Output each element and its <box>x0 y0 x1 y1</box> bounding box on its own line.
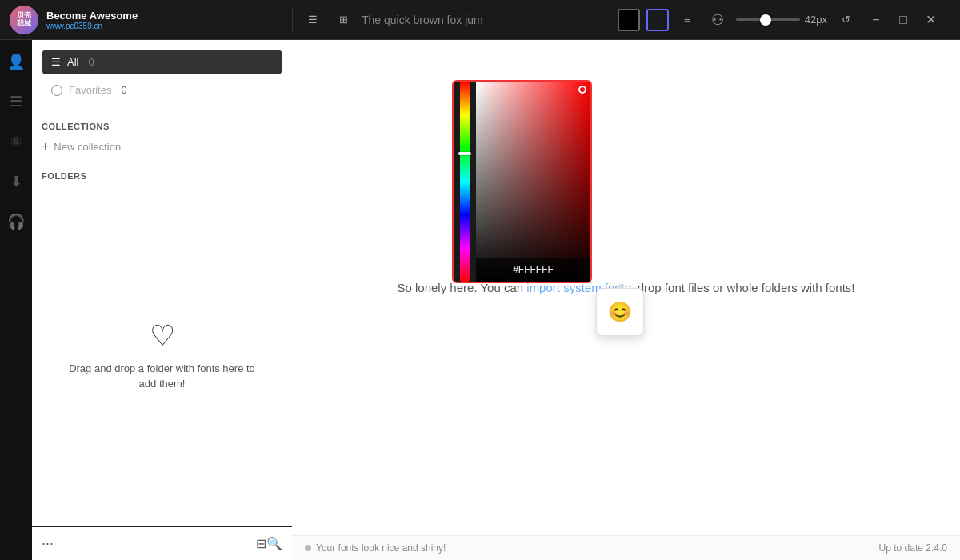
close-button[interactable]: ✕ <box>918 8 942 32</box>
all-count: 0 <box>88 56 94 68</box>
reset-icon: ↺ <box>842 14 850 26</box>
color-swatch-black[interactable] <box>618 9 640 31</box>
empty-state: ♡ Drag and drop a folder with fonts here… <box>32 184 292 526</box>
close-icon: ✕ <box>926 12 936 27</box>
topbar-main: ☰ ⊞ The quick brown fox jum ≡ ⚇ 42px ↺ − <box>292 8 960 32</box>
hue-gradient <box>460 82 470 282</box>
plus-icon: + <box>42 139 49 154</box>
maximize-icon: □ <box>899 13 907 27</box>
hamburger-button[interactable]: ☰ <box>301 8 325 32</box>
brightness-gradient <box>476 82 590 282</box>
empty-drag-text: Drag and drop a folder with fonts here t… <box>64 361 260 392</box>
hue-cursor <box>458 152 471 155</box>
search-list-button[interactable]: ⊟🔍 <box>256 536 282 551</box>
color-cursor <box>578 86 586 94</box>
favorites-icon <box>51 85 62 96</box>
maximize-button[interactable]: □ <box>891 8 915 32</box>
all-icon: ☰ <box>51 56 61 68</box>
grid-icon: ⊞ <box>339 14 348 26</box>
hex-display: #FFFFFF <box>476 258 590 282</box>
color-swatch-outlined[interactable] <box>646 9 669 31</box>
hue-bar[interactable] <box>460 82 470 282</box>
status-bar: Your fonts look nice and shiny! Up to da… <box>292 535 960 560</box>
favorites-count: 0 <box>121 84 126 96</box>
hamburger-icon: ☰ <box>308 14 318 26</box>
heart-icon: ♡ <box>150 319 175 353</box>
link-icon: ⚇ <box>711 11 724 29</box>
preview-text: The quick brown fox jum <box>362 14 611 26</box>
topbar: 贝壳我域 Become Awesome www.pc0359.cn ☰ ⊞ Th… <box>0 0 960 40</box>
new-collection-button[interactable]: + New collection <box>32 134 292 158</box>
font-size-value: 42px <box>805 14 827 26</box>
dots-icon: ··· <box>42 535 54 551</box>
topbar-left: 贝壳我域 Become Awesome www.pc0359.cn <box>0 6 292 34</box>
app-subtitle: www.pc0359.cn <box>46 22 138 30</box>
search-list-icon: ⊟🔍 <box>256 537 282 550</box>
color-picker-gradient[interactable]: #FFFFFF <box>454 82 590 282</box>
emoji-icon: 😊 <box>608 301 632 323</box>
app-name: Become Awesome <box>46 10 138 22</box>
sidebar-icon-column: 👤 ☰ ⚛ ⬇ 🎧 <box>0 40 32 560</box>
align-button[interactable]: ≡ <box>675 8 699 32</box>
sidebar-icon-atom[interactable]: ⚛ <box>4 130 28 154</box>
emoji-popup: 😊 <box>596 288 644 336</box>
link-button[interactable]: ⚇ <box>706 8 730 32</box>
sidebar-bottom: ··· ⊟🔍 <box>32 526 292 560</box>
minimize-button[interactable]: − <box>864 8 888 32</box>
color-picker-popup[interactable]: #FFFFFF <box>452 80 592 283</box>
slider-thumb <box>760 14 771 26</box>
full-sidebar: 👤 ☰ ⚛ ⬇ 🎧 ☰ All 0 Favorites 0 COLLECTION <box>0 40 292 560</box>
main-content: 👤 ☰ ⚛ ⬇ 🎧 ☰ All 0 Favorites 0 COLLECTION <box>0 40 960 560</box>
all-button[interactable]: ☰ All 0 <box>42 50 282 74</box>
status-left: Your fonts look nice and shiny! <box>305 542 446 554</box>
align-icon: ≡ <box>684 14 690 26</box>
collections-label: COLLECTIONS <box>32 112 292 134</box>
favorites-button[interactable]: Favorites 0 <box>42 78 282 102</box>
sidebar-icon-download[interactable]: ⬇ <box>4 170 28 194</box>
sidebar-icon-list[interactable]: ☰ <box>4 90 28 114</box>
right-panel: #FFFFFF 😊 So lonely here. You can import… <box>292 40 960 560</box>
folders-label: FOLDERS <box>32 158 292 184</box>
font-size-area: 42px <box>736 14 827 26</box>
lonely-text-after: , drop font files or whole folders with … <box>630 281 854 294</box>
version-text: Up to date 2.4.0 <box>879 542 947 554</box>
font-size-slider[interactable] <box>736 18 800 21</box>
favorites-label: Favorites <box>69 84 111 96</box>
all-label: All <box>67 56 78 68</box>
app-name-area: Become Awesome www.pc0359.cn <box>46 10 138 30</box>
minimize-icon: − <box>872 13 879 27</box>
sidebar-icon-headphones[interactable]: 🎧 <box>4 210 28 234</box>
sidebar-icon-user[interactable]: 👤 <box>4 50 28 74</box>
saturation-area[interactable] <box>476 82 590 282</box>
app-logo: 贝壳我域 <box>10 6 38 34</box>
sidebar-nav: ☰ All 0 Favorites 0 COLLECTIONS + New co… <box>32 40 292 560</box>
reset-button[interactable]: ↺ <box>834 8 858 32</box>
grid-button[interactable]: ⊞ <box>331 8 355 32</box>
status-text: Your fonts look nice and shiny! <box>316 542 446 554</box>
dots-button[interactable]: ··· <box>42 535 54 552</box>
window-controls: − □ ✕ <box>864 8 952 32</box>
status-dot <box>305 545 311 551</box>
sidebar-top-section: ☰ All 0 Favorites 0 <box>32 40 292 112</box>
new-collection-label: New collection <box>54 141 121 153</box>
